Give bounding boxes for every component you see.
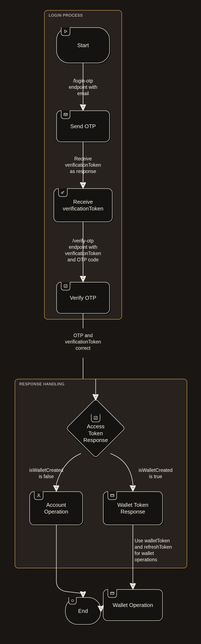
- node-verify-otp: Verify OTP: [56, 282, 110, 314]
- node-start-label: Start: [77, 42, 89, 49]
- edge-label-use-wallet-token: Use walletToken and refreshToken for wal…: [135, 538, 183, 563]
- node-recv-token: Receive verificationToken: [54, 188, 112, 222]
- svg-rect-4: [94, 416, 97, 420]
- user-icon: [34, 492, 43, 500]
- key-icon: [58, 188, 67, 197]
- check-square-icon: [91, 414, 100, 422]
- mail-icon: [61, 110, 70, 119]
- stop-icon: [69, 597, 77, 604]
- edge-label-wallet-false: isWalletCreated is false: [25, 467, 67, 480]
- node-start: Start: [56, 27, 110, 63]
- card-icon: [108, 589, 117, 598]
- svg-point-2: [61, 192, 63, 194]
- svg-rect-1: [64, 113, 67, 116]
- node-wallet-token-response: Wallet Token Response: [103, 492, 163, 525]
- node-end-label: End: [78, 608, 88, 614]
- svg-marker-0: [65, 30, 67, 32]
- svg-rect-10: [72, 600, 74, 602]
- node-wallet-token-label: Wallet Token Response: [117, 502, 148, 515]
- svg-rect-8: [111, 592, 114, 594]
- node-account-operation: Account Operation: [29, 492, 83, 525]
- node-send-otp-label: Send OTP: [70, 123, 96, 130]
- play-icon: [61, 27, 70, 36]
- edge-label-otp-correct: OTP and verificationToken correct: [61, 332, 105, 352]
- edge-label-recv-token: Receive verificationToken as response: [61, 156, 105, 175]
- group-response-label: RESPONSE HANDLING: [19, 379, 65, 386]
- node-verify-otp-label: Verify OTP: [70, 294, 96, 302]
- svg-point-5: [38, 494, 39, 495]
- check-square-icon: [61, 282, 70, 290]
- node-wallet-op-label: Wallet Operation: [113, 602, 153, 609]
- node-send-otp: Send OTP: [56, 110, 110, 142]
- svg-rect-3: [64, 284, 67, 288]
- node-access-token-label: Access Token Response: [83, 423, 108, 444]
- edge-label-verify-otp: /verify-otp endpoint with verificationTo…: [61, 238, 105, 263]
- flowchart-canvas: LOGIN PROCESS RESPONSE HANDLING Start Se…: [0, 0, 201, 644]
- node-wallet-operation: Wallet Operation: [103, 589, 163, 621]
- edge-label-wallet-true: isWalletCreated is true: [135, 467, 177, 480]
- node-account-op-label: Account Operation: [44, 502, 68, 515]
- card-icon: [108, 492, 117, 500]
- edge-label-login-otp: /login-otp endpoint with email: [65, 78, 101, 97]
- svg-rect-6: [111, 494, 114, 496]
- node-recv-token-label: Receive verificationToken: [63, 198, 103, 212]
- node-end: End: [65, 597, 101, 625]
- group-login-label: LOGIN PROCESS: [49, 10, 83, 18]
